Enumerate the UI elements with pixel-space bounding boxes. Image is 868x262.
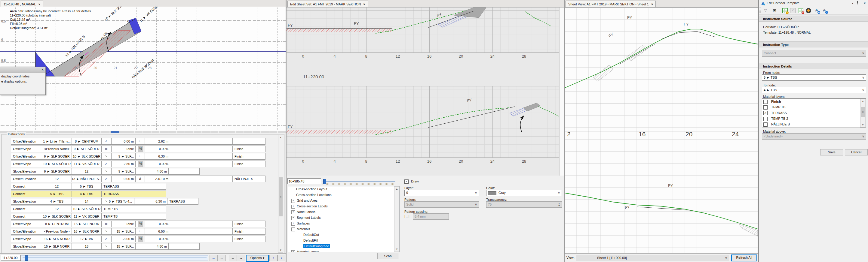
instruction-cell[interactable]: 12: [42, 183, 72, 190]
instruction-cell[interactable]: ∟: [135, 228, 145, 235]
instruction-cell[interactable]: [201, 146, 233, 152]
checkbox[interactable]: [763, 117, 768, 121]
dropdown-icon[interactable]: ▽: [763, 8, 769, 13]
scroll-up-icon[interactable]: ▲: [861, 99, 865, 104]
instruction-cell[interactable]: Table: [111, 221, 135, 227]
spinner-icons[interactable]: ▲▼: [558, 202, 560, 207]
tree-item[interactable]: DefaultSubgrade: [288, 244, 400, 249]
instruction-row[interactable]: Offset/Elevation<Previous Node>16 ► SLK …: [11, 228, 265, 235]
instruction-cell[interactable]: 5 ► TBS: [71, 183, 102, 190]
instruction-cell[interactable]: ↘: [101, 228, 112, 235]
instruction-cell[interactable]: 10 ► SLK SÖDER: [71, 153, 102, 160]
instruction-cell[interactable]: [168, 168, 199, 175]
material-layer-row[interactable]: TEMP TB: [762, 105, 866, 110]
add-template-icon[interactable]: +: [782, 8, 788, 13]
tree-item-label[interactable]: Material Layers: [297, 250, 319, 252]
collapse-icon[interactable]: −: [291, 227, 295, 231]
move-down-button[interactable]: ↓: [278, 255, 285, 261]
instruction-cell[interactable]: [201, 235, 233, 242]
close-icon[interactable]: ×: [38, 2, 40, 6]
instruction-row[interactable]: Offset/Elevation9 ► SLF SÖDER10 ► SLK SÖ…: [11, 153, 265, 160]
instruction-cell[interactable]: Offset/Slope: [11, 221, 42, 227]
refresh-all-button[interactable]: Refresh All: [731, 255, 757, 261]
tree-item-label[interactable]: DefaultCut: [303, 233, 319, 236]
instruction-row[interactable]: Offset/Slope10 ► SLK SÖDER11 ► VK SÖDER∕…: [11, 160, 265, 167]
instruction-cell[interactable]: <Previous Node>: [42, 146, 72, 152]
instruction-cell[interactable]: 9 ► SLF...: [111, 153, 135, 160]
instruction-row[interactable]: Slope/Elevation4 ► TBS14↘5 ► TBS To 4...…: [11, 198, 265, 205]
instruction-cell[interactable]: -3.00 m: [111, 235, 135, 242]
expand-icon[interactable]: +: [291, 216, 295, 220]
instruction-row[interactable]: Connect5 ► TBS4 ► TBSTERRASS: [11, 191, 265, 197]
station-input[interactable]: [1, 255, 21, 261]
material-layer-row[interactable]: Finish: [762, 99, 866, 105]
instruction-cell[interactable]: TEMP TB: [101, 205, 166, 212]
instruction-cell[interactable]: Connect: [11, 183, 42, 190]
instruction-cell[interactable]: [201, 228, 233, 235]
instruction-cell[interactable]: ↘: [101, 168, 112, 175]
instruction-cell[interactable]: ▦: [101, 146, 112, 152]
instruction-cell[interactable]: %: [135, 160, 145, 167]
material-layer-row[interactable]: NÅLLINJE S: [762, 121, 866, 127]
instruction-cell[interactable]: <Previous Node>: [42, 228, 72, 235]
tree-item-label[interactable]: DefaultFill: [303, 238, 318, 242]
close-icon[interactable]: ×: [363, 2, 365, 6]
material-layer-row[interactable]: ✓TERRASS: [762, 110, 866, 116]
instruction-cell[interactable]: 18: [71, 243, 102, 250]
instruction-cell[interactable]: %: [135, 235, 145, 242]
tree-item-label[interactable]: Node Labels: [297, 210, 315, 214]
instruction-cell[interactable]: 8 ► CENTRUM: [42, 221, 72, 227]
tree-item[interactable]: −Materials: [288, 226, 400, 232]
instruction-cell[interactable]: Finish: [232, 235, 266, 242]
tree-item[interactable]: +Segment Labels: [288, 215, 400, 221]
draw-checkbox-row[interactable]: ✓ Draw: [404, 180, 419, 184]
sheet-set-scrollbar[interactable]: [560, 7, 564, 176]
instruction-cell[interactable]: 14: [71, 198, 102, 205]
instruction-cell[interactable]: [232, 138, 266, 145]
instruction-row[interactable]: Offset/Slope<Previous Node>9 ► SLF SÖDER…: [11, 146, 265, 152]
instruction-cell[interactable]: Δ: [135, 176, 145, 182]
instruction-cell[interactable]: 0.00%: [145, 146, 170, 152]
instruction-cell[interactable]: 8 ► CENTRUM: [71, 138, 102, 145]
expand-icon[interactable]: +: [291, 250, 295, 252]
instruction-cell[interactable]: Table: [111, 146, 135, 152]
instruction-cell[interactable]: Connect: [11, 205, 42, 212]
instruction-cell[interactable]: Slope/Elevation: [11, 243, 42, 250]
tree-item[interactable]: +Grid and Axes: [288, 198, 400, 203]
tree-item-label[interactable]: Surfaces: [297, 222, 310, 225]
instruction-cell[interactable]: 15 ► SLF...: [111, 243, 135, 250]
instruction-cell[interactable]: 12: [42, 205, 72, 212]
instruction-cell[interactable]: 0.00 m: [111, 176, 135, 182]
instruction-cell[interactable]: Slope/Elevation: [11, 168, 42, 175]
instruction-cell[interactable]: 2.80 m: [111, 160, 135, 167]
material-layer-row[interactable]: TEMP TB 2: [762, 116, 866, 121]
instruction-cell[interactable]: Δ 0.10 m: [145, 176, 170, 182]
tree-item[interactable]: DefaultCut: [288, 232, 400, 238]
label-2-icon[interactable]: A2: [822, 8, 827, 12]
instruction-cell[interactable]: 12: [42, 176, 72, 182]
scrollbar-thumb[interactable]: ≡: [861, 107, 865, 117]
scroll-down-icon[interactable]: ▼: [861, 123, 865, 127]
instruction-cell[interactable]: Offset/Slope: [11, 160, 42, 167]
next-template-button[interactable]: →: [237, 255, 245, 261]
instruction-cell[interactable]: [170, 221, 201, 227]
instruction-cell[interactable]: ∕∕: [101, 176, 112, 182]
toolbar-grip[interactable]: [760, 7, 761, 13]
instruction-cell[interactable]: ∟: [135, 153, 145, 160]
instruction-cell[interactable]: 10 ► SLK SÖDER: [71, 205, 102, 212]
scroll-up-icon[interactable]: ▲: [395, 187, 399, 191]
draw-checkbox[interactable]: ✓: [404, 180, 409, 184]
instruction-cell[interactable]: [201, 138, 233, 145]
layer-combo[interactable]: 0 ∨: [404, 190, 479, 196]
material-layers-list[interactable]: FinishTEMP TB✓TERRASSTEMP TB 2NÅLLINJE S: [762, 99, 866, 128]
window-menu-icon[interactable]: ▾: [850, 1, 856, 6]
instruction-cell[interactable]: TERRASS: [167, 198, 198, 205]
instruction-cell[interactable]: 15 ► SLF NORR: [71, 221, 102, 227]
tree-item-label[interactable]: Grid and Axes: [297, 199, 317, 202]
tree-item-label[interactable]: Materials: [297, 227, 310, 231]
instruction-cell[interactable]: ↘: [101, 153, 112, 160]
instruction-cell[interactable]: Finish: [232, 153, 266, 160]
instruction-cell[interactable]: 10 ► SLK SÖDER: [42, 213, 72, 220]
instruction-cell[interactable]: 16 ► SLK NORR: [42, 235, 72, 242]
expand-icon[interactable]: +: [291, 222, 295, 226]
